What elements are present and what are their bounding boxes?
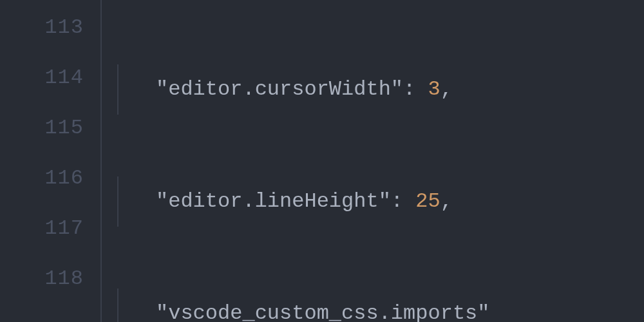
- line-number-gutter: 113 114 115 116 117 118: [0, 0, 102, 322]
- code-token: :: [403, 79, 428, 100]
- line-number: 117: [0, 204, 102, 254]
- code-line[interactable]: "editor.cursorWidth": 3,: [102, 64, 644, 115]
- code-token: "editor.lineHeight": [156, 191, 391, 212]
- code-line[interactable]: "editor.lineHeight": 25,: [102, 176, 644, 227]
- code-token: 25: [415, 191, 440, 212]
- line-number: 115: [0, 103, 102, 153]
- line-number: 116: [0, 153, 102, 204]
- code-token: "editor.cursorWidth": [156, 79, 403, 100]
- line-number: 118: [0, 254, 102, 304]
- line-number: 113: [0, 3, 102, 53]
- code-token: ,: [440, 79, 453, 100]
- code-token: "vscode_custom_css.imports": [156, 303, 489, 322]
- code-line[interactable]: "vscode_custom_css.imports": [102, 289, 644, 322]
- code-editor[interactable]: 113 114 115 116 117 118 "editor.cursorWi…: [0, 0, 644, 322]
- code-token: ,: [440, 191, 453, 212]
- code-area[interactable]: "editor.cursorWidth": 3, "editor.lineHei…: [102, 0, 644, 322]
- code-token: :: [391, 191, 415, 212]
- code-token: 3: [428, 79, 440, 100]
- line-number: 114: [0, 53, 102, 103]
